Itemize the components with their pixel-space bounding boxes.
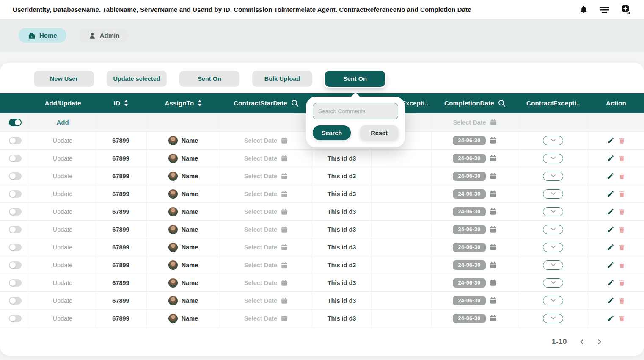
bulk-upload-button[interactable]: Bulk Upload <box>252 71 312 87</box>
avatar <box>168 314 178 323</box>
chevron-right-icon[interactable] <box>597 338 603 345</box>
sent-on-button[interactable]: Sent On <box>179 71 239 87</box>
chevron-left-icon[interactable] <box>579 338 585 345</box>
exception-dropdown[interactable] <box>543 260 563 270</box>
trash-icon[interactable] <box>618 155 625 162</box>
calendar-icon[interactable] <box>490 208 497 215</box>
popup-search-button[interactable]: Search <box>313 125 351 140</box>
row-toggle[interactable] <box>9 244 22 251</box>
start-date-placeholder: Select Date <box>244 191 277 197</box>
row-toggle[interactable] <box>9 172 22 180</box>
calendar-icon[interactable] <box>490 279 497 286</box>
start-date-cell[interactable]: Select Date <box>220 185 312 202</box>
trash-icon[interactable] <box>618 261 625 269</box>
start-date-cell[interactable]: Select Date <box>220 132 312 149</box>
add-toggle[interactable] <box>9 119 22 126</box>
trash-icon[interactable] <box>618 226 625 233</box>
start-date-cell[interactable]: Select Date <box>220 292 312 309</box>
start-date-cell[interactable]: Select Date <box>220 310 312 327</box>
pencil-icon[interactable] <box>607 226 614 233</box>
table-row: Update 67899 Name Select Date This id d3… <box>0 274 644 292</box>
trash-icon[interactable] <box>618 297 625 305</box>
row-toggle[interactable] <box>9 261 22 269</box>
calendar-icon <box>281 297 288 304</box>
row-toggle[interactable] <box>9 208 22 216</box>
calendar-icon <box>281 244 288 251</box>
start-date-cell[interactable]: Select Date <box>220 238 312 256</box>
trash-icon[interactable] <box>618 172 625 180</box>
exception-dropdown[interactable] <box>543 207 563 216</box>
completion-date-badge: 24-06-30 <box>453 296 485 305</box>
trash-icon[interactable] <box>618 190 625 198</box>
pencil-icon[interactable] <box>607 190 614 197</box>
row-toggle[interactable] <box>9 226 22 233</box>
exception-dropdown[interactable] <box>543 314 563 323</box>
row-toggle[interactable] <box>9 297 22 305</box>
new-user-button[interactable]: New User <box>34 71 94 87</box>
exception-dropdown[interactable] <box>543 225 563 234</box>
row-toggle[interactable] <box>9 137 22 144</box>
calendar-icon[interactable] <box>490 261 497 269</box>
calendar-icon[interactable] <box>490 297 497 304</box>
start-date-cell[interactable]: Select Date <box>220 274 312 291</box>
pencil-icon[interactable] <box>607 137 614 144</box>
comment-cell: This id d3 <box>312 167 372 185</box>
calendar-icon[interactable] <box>490 315 497 322</box>
new-window-icon[interactable] <box>621 4 631 15</box>
row-toggle[interactable] <box>9 315 22 322</box>
popup-reset-button[interactable]: Reset <box>360 125 398 140</box>
pencil-icon[interactable] <box>607 155 614 162</box>
start-date-cell[interactable]: Select Date <box>220 256 312 274</box>
pencil-icon[interactable] <box>607 261 614 269</box>
completion-date-cell[interactable]: Select Date <box>432 113 518 131</box>
search-comments-input[interactable] <box>313 103 398 119</box>
row-id: 67899 <box>112 297 129 304</box>
exception-dropdown[interactable] <box>543 136 563 145</box>
search-icon[interactable] <box>291 100 299 107</box>
trash-icon[interactable] <box>618 315 625 322</box>
start-date-cell[interactable]: Select Date <box>220 167 312 185</box>
breadcrumb-home[interactable]: Home <box>19 28 66 43</box>
exception-dropdown[interactable] <box>543 278 563 288</box>
start-date-cell[interactable]: Select Date <box>220 221 312 238</box>
pencil-icon[interactable] <box>607 244 614 251</box>
pencil-icon[interactable] <box>607 172 614 180</box>
menu-icon[interactable] <box>599 6 610 14</box>
pencil-icon[interactable] <box>607 208 614 215</box>
calendar-icon[interactable] <box>490 137 497 144</box>
exception-dropdown[interactable] <box>543 154 563 163</box>
start-date-cell[interactable]: Select Date <box>220 150 312 167</box>
row-toggle[interactable] <box>9 155 22 162</box>
calendar-icon[interactable] <box>490 226 497 233</box>
row-toggle[interactable] <box>9 279 22 287</box>
assignto-cell: Name <box>147 292 220 309</box>
exception-dropdown[interactable] <box>543 243 563 252</box>
update-selected-button[interactable]: Update selected <box>107 71 167 87</box>
calendar-icon[interactable] <box>490 172 497 180</box>
exception-dropdown[interactable] <box>543 296 563 305</box>
calendar-icon[interactable] <box>490 244 497 251</box>
trash-icon[interactable] <box>618 244 625 251</box>
calendar-icon[interactable] <box>490 190 497 197</box>
start-date-cell[interactable]: Select Date <box>220 203 312 220</box>
exception-dropdown[interactable] <box>543 172 563 181</box>
breadcrumb-admin[interactable]: Admin <box>79 28 129 43</box>
search-icon[interactable] <box>498 100 506 107</box>
trash-icon[interactable] <box>618 208 625 216</box>
exception-dropdown[interactable] <box>543 189 563 199</box>
pencil-icon[interactable] <box>607 315 614 322</box>
pencil-icon[interactable] <box>607 279 614 286</box>
row-toggle[interactable] <box>9 190 22 198</box>
sent-on-active-button[interactable]: Sent On <box>325 71 385 87</box>
pencil-icon[interactable] <box>607 297 614 304</box>
update-label: Update <box>53 315 73 322</box>
trash-icon[interactable] <box>618 279 625 287</box>
sort-icon[interactable] <box>198 100 202 106</box>
row-id: 67899 <box>112 315 129 322</box>
exception-cell <box>372 256 432 274</box>
bell-icon[interactable] <box>579 5 588 14</box>
calendar-icon[interactable] <box>490 155 497 162</box>
trash-icon[interactable] <box>618 137 625 144</box>
sort-icon[interactable] <box>124 100 128 106</box>
toggle-cell <box>0 150 30 167</box>
